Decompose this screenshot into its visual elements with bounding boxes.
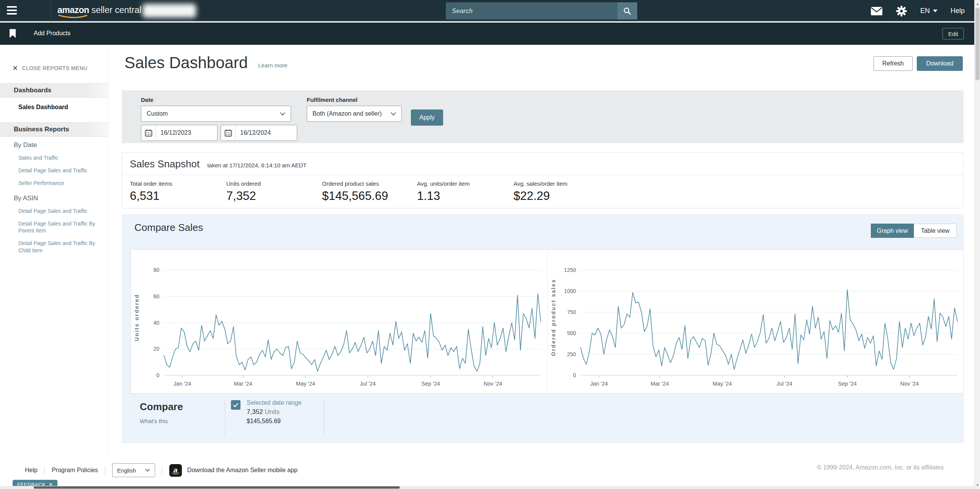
svg-text:Sep '24: Sep '24	[421, 381, 440, 387]
scroll-up-arrow-icon[interactable]: ▲	[975, 1, 980, 7]
amazon-seller-app-icon: a	[169, 464, 182, 477]
top-right-icons: EN Help	[870, 0, 965, 22]
gear-icon[interactable]	[896, 5, 907, 17]
scroll-down-arrow-icon[interactable]: ▼	[975, 482, 980, 488]
divider	[162, 466, 162, 474]
charts-panel: 020406080Jan '24Mar '24May '24Jul '24Sep…	[131, 249, 964, 394]
language-switcher[interactable]: EN	[920, 7, 937, 15]
units-ordered-chart: 020406080Jan '24Mar '24May '24Jul '24Sep…	[131, 250, 547, 393]
whats-this-link[interactable]: What's this	[140, 418, 168, 424]
sidebar-item-sales-dashboard[interactable]: Sales Dashboard	[0, 98, 108, 111]
table-view-button[interactable]: Table view	[914, 224, 957, 238]
graph-view-button[interactable]: Graph view	[871, 224, 914, 238]
download-app-link[interactable]: Download the Amazon Seller mobile app	[187, 467, 298, 474]
chevron-down-icon	[933, 10, 937, 12]
fulfilment-channel-value: Both (Amazon and seller)	[312, 110, 382, 117]
svg-text:1250: 1250	[564, 267, 576, 273]
stat-avg-sales-order-item: Avg. sales/order item $22.29	[514, 180, 568, 203]
download-button[interactable]: Download	[917, 56, 963, 71]
check-icon	[233, 403, 239, 407]
seller-central-page: amazonseller central EN Help Add Product…	[0, 0, 980, 489]
help-link[interactable]: Help	[951, 7, 965, 15]
sidebar-item-detail-page-parent-item[interactable]: Detail Page Sales and Traffic By Parent …	[0, 215, 108, 235]
refresh-button[interactable]: Refresh	[874, 56, 913, 71]
search-button[interactable]	[617, 2, 637, 20]
calendar-icon	[224, 129, 232, 137]
reports-sidebar: ✕ CLOSE REPORTS MENU Dashboards Sales Da…	[0, 45, 108, 463]
svg-text:Nov '24: Nov '24	[484, 381, 502, 387]
fulfilment-channel-select[interactable]: Both (Amazon and seller)	[307, 106, 402, 122]
divider	[51, 0, 51, 22]
footer: Help Program Policies English a Download…	[0, 458, 980, 489]
svg-text:60: 60	[153, 293, 159, 299]
vertical-scrollbar-thumb[interactable]	[975, 8, 980, 80]
footer-language-select[interactable]: English	[112, 463, 155, 477]
chevron-down-icon	[280, 112, 285, 116]
filters-panel: Date Custom 16/12/2023 16/12/2024 Fulfil…	[122, 90, 964, 143]
sidebar-item-sales-and-traffic[interactable]: Sales and Traffic	[0, 149, 108, 162]
svg-text:Jul '24: Jul '24	[777, 381, 792, 387]
footer-language-value: English	[117, 467, 136, 474]
sidebar-item-detail-page-child-item[interactable]: Detail Page Sales and Traffic By Child I…	[0, 234, 108, 254]
date-range-select[interactable]: Custom	[141, 106, 291, 122]
date-filter-label: Date	[141, 96, 154, 103]
sidebar-item-detail-page-sales-traffic[interactable]: Detail Page Sales and Traffic	[0, 162, 108, 174]
nav-add-products[interactable]: Add Products	[34, 30, 70, 37]
compare-title: Compare	[140, 401, 183, 413]
vertical-scrollbar[interactable]: ▲ ▼	[974, 0, 980, 489]
start-date-input[interactable]: 16/12/2023	[141, 125, 218, 141]
sales-snapshot-title: Sales Snapshot	[130, 158, 200, 170]
footer-program-policies-link[interactable]: Program Policies	[52, 467, 98, 474]
bookmark-icon[interactable]	[9, 29, 16, 38]
start-date-value: 16/12/2023	[156, 129, 191, 136]
snapshot-timestamp: taken at 17/12/2024, 6:14:10 am AEDT	[207, 162, 306, 168]
horizontal-scrollbar-thumb[interactable]	[34, 486, 400, 489]
fulfilment-channel-label: Fulfilment channel	[307, 96, 358, 103]
sales-snapshot-card: Sales Snapshot taken at 17/12/2024, 6:14…	[122, 152, 964, 208]
legend-units-value: 7,352	[247, 408, 263, 415]
selected-date-range-checkbox[interactable]	[231, 400, 241, 410]
copyright-text: © 1999-2024, Amazon.com, Inc. or its aff…	[817, 464, 944, 471]
sidebar-item-seller-performance[interactable]: Seller Performance	[0, 174, 108, 187]
chevron-down-icon	[145, 469, 150, 472]
svg-text:20: 20	[153, 346, 159, 352]
divider	[105, 466, 105, 474]
svg-text:Sep '24: Sep '24	[838, 381, 857, 387]
footer-help-link[interactable]: Help	[25, 467, 38, 474]
selected-date-range-legend: Selected date range 7,352 Units $145,565…	[231, 399, 301, 425]
mail-icon[interactable]	[870, 7, 883, 16]
close-menu-label: CLOSE REPORTS MENU	[22, 65, 87, 71]
end-date-value: 16/12/2024	[236, 129, 271, 136]
sidebar-item-detail-page-sales-traffic-asin[interactable]: Detail Page Sales and Traffic	[0, 202, 108, 215]
edit-button[interactable]: Edit	[942, 28, 964, 39]
sidebar-section-dashboards: Dashboards	[0, 83, 108, 98]
svg-text:Nov '24: Nov '24	[900, 381, 919, 387]
amazon-smile-icon	[58, 14, 88, 20]
legend-units-suffix: Units	[265, 408, 280, 415]
search-input[interactable]	[446, 2, 617, 20]
close-reports-menu[interactable]: ✕ CLOSE REPORTS MENU	[12, 64, 108, 72]
svg-text:Mar '24: Mar '24	[234, 381, 252, 387]
language-label: EN	[920, 7, 930, 15]
svg-text:250: 250	[567, 351, 576, 357]
chevron-down-icon	[391, 112, 396, 116]
svg-text:Ordered product sales: Ordered product sales	[550, 279, 556, 356]
divider	[225, 398, 225, 437]
stat-total-order-items: Total order items 6,531	[130, 180, 172, 203]
amazon-seller-central-logo[interactable]: amazonseller central	[57, 5, 141, 15]
apply-button[interactable]: Apply	[411, 110, 443, 126]
compare-sales-card: Compare Sales Graph view Table view 0204…	[122, 214, 964, 443]
compare-legend-row: Compare What's this Selected date range …	[122, 398, 964, 440]
end-date-input[interactable]: 16/12/2024	[221, 125, 297, 141]
svg-text:750: 750	[567, 309, 576, 315]
horizontal-scrollbar[interactable]	[0, 486, 974, 489]
learn-more-link[interactable]: Learn more	[258, 62, 288, 69]
hamburger-menu-icon[interactable]	[7, 6, 17, 15]
secondary-nav-bar: Add Products Edit	[0, 23, 980, 45]
legend-label[interactable]: Selected date range	[247, 399, 301, 406]
compare-sales-title: Compare Sales	[134, 222, 203, 234]
svg-text:1000: 1000	[564, 288, 576, 294]
store-name-redacted	[142, 4, 196, 18]
stat-avg-units-order-item: Avg. units/order item 1.13	[417, 180, 470, 203]
calendar-icon	[145, 129, 152, 137]
